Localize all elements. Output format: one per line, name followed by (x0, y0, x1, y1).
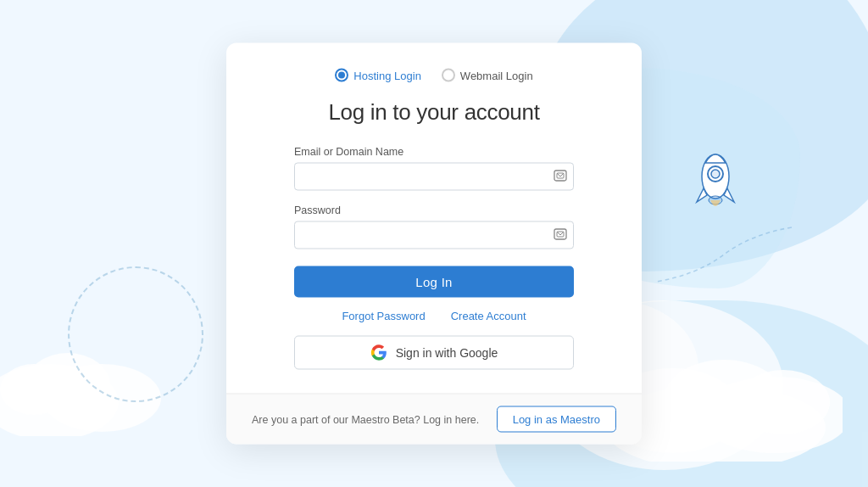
google-signin-button[interactable]: Sign in with Google (294, 336, 574, 370)
google-icon (370, 344, 387, 361)
hosting-radio (335, 69, 348, 82)
password-field-group: Password (294, 204, 574, 249)
webmail-login-tab[interactable]: Webmail Login (442, 69, 533, 82)
svg-line-16 (560, 173, 564, 176)
password-input[interactable] (294, 221, 574, 249)
svg-point-11 (711, 170, 720, 178)
svg-line-19 (557, 232, 560, 235)
svg-point-3 (0, 364, 68, 415)
password-icon (554, 228, 567, 243)
links-row: Forgot Password Create Account (294, 310, 574, 322)
svg-rect-17 (554, 229, 566, 239)
email-input[interactable] (294, 163, 574, 191)
webmail-radio (442, 69, 455, 82)
login-card: Hosting Login Webmail Login Log in to yo… (226, 43, 642, 445)
email-icon (554, 170, 567, 184)
card-main: Hosting Login Webmail Login Log in to yo… (226, 43, 642, 394)
svg-point-8 (737, 370, 830, 434)
maestro-login-button[interactable]: Log in as Maestro (497, 406, 616, 433)
svg-rect-13 (554, 171, 566, 181)
svg-line-20 (560, 232, 564, 235)
email-input-wrapper (294, 163, 574, 191)
login-button[interactable]: Log In (294, 266, 574, 298)
card-footer: Are you a part of our Maestro Beta? Log … (226, 394, 642, 445)
email-field-group: Email or Domain Name (294, 146, 574, 191)
hosting-login-tab[interactable]: Hosting Login (335, 69, 421, 82)
svg-line-15 (557, 173, 560, 176)
footer-text: Are you a part of our Maestro Beta? Log … (252, 413, 479, 425)
create-account-link[interactable]: Create Account (451, 310, 526, 322)
rocket-icon (682, 144, 749, 229)
page-title: Log in to your account (294, 99, 574, 126)
dashed-circle (68, 266, 203, 402)
password-label: Password (294, 204, 574, 216)
rocket-trail (631, 221, 817, 288)
password-input-wrapper (294, 221, 574, 249)
email-label: Email or Domain Name (294, 146, 574, 158)
login-type-tabs: Hosting Login Webmail Login (294, 69, 574, 82)
forgot-password-link[interactable]: Forgot Password (342, 310, 425, 322)
